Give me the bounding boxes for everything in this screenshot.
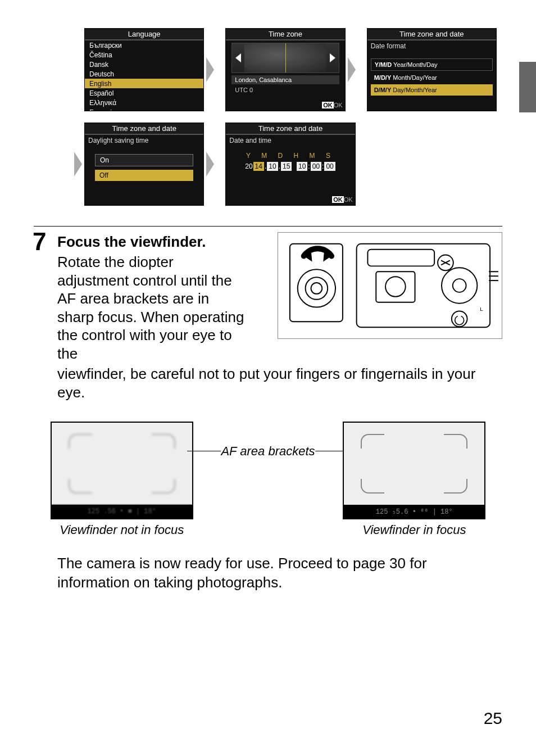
closing-paragraph: The camera is now ready for use. Proceed… [57,554,473,592]
list-item-selected[interactable]: English [85,79,203,88]
viewfinder-comparison: 125 .56 • ■ | 18° Viewfinder not in focu… [34,422,502,537]
menu-datetime: Time zone and date Date and time Y M D H… [225,123,355,206]
menu-timezone: Time zone London, Casablanca UTC 0 OKOK [225,28,355,111]
menu-date-format-screen: Time zone and date Date format Y/M/D Yea… [367,28,497,111]
manual-page: Language Български Čeština Dansk Deutsch… [0,0,536,756]
datetime-day[interactable]: 15 [281,162,292,171]
dst-option-on[interactable]: On [95,154,193,166]
step-number: 7 [33,228,46,256]
list-item[interactable]: Français [85,107,203,111]
sequence-arrow-icon [206,57,214,82]
language-list: Български Čeština Dansk Deutsch English … [85,40,203,111]
step-paragraph: Rotate the diopter adjustment control un… [57,253,248,363]
menu-subtitle: Daylight saving time [85,135,203,146]
menu-sequence: Language Български Čeština Dansk Deutsch… [84,28,497,206]
list-item[interactable]: Deutsch [85,69,203,79]
ok-indicator: OKOK [332,196,352,203]
sequence-arrow-icon [348,57,356,82]
svg-rect-7 [367,250,434,266]
svg-point-2 [306,277,328,300]
datetime-year[interactable]: 14 [253,162,264,171]
list-item[interactable]: Čeština [85,50,203,60]
datetime-columns: Y M D H M S [226,152,355,160]
svg-point-9 [385,277,406,297]
timezone-utc: UTC 0 [231,85,339,94]
datetime-hour[interactable]: 10 [297,162,307,171]
viewfinder-out-of-focus: 125 .56 • ■ | 18° Viewfinder not in focu… [34,422,210,537]
sequence-arrow-icon [206,152,214,176]
menu-datetime-screen: Time zone and date Date and time Y M D H… [225,123,355,206]
datetime-second[interactable]: 00 [324,162,335,171]
viewfinder-box: 125 ₅5.6 • ⁸⁸ | 18° [343,422,485,519]
dst-option-off[interactable]: Off [95,170,193,181]
ok-icon: OK [332,196,344,203]
chevron-left-icon[interactable] [235,53,241,62]
timezone-location: London, Casablanca [231,75,339,84]
viewfinder-caption: Viewfinder not in focus [60,523,184,537]
camera-diopter-diagram: L [278,232,502,339]
svg-point-11 [453,279,466,292]
menu-language-screen: Language Български Čeština Dansk Deutsch… [84,28,204,111]
datetime-values[interactable]: 2014.10.15 10:00:00 [226,162,355,171]
af-brackets-label: AF area brackets [221,444,315,459]
menu-timezone-screen: Time zone London, Casablanca UTC 0 OKOK [225,28,345,111]
list-item[interactable]: Български [85,40,203,50]
ok-icon: OK [322,102,334,108]
step-paragraph: viewfinder, be careful not to put your f… [57,365,502,401]
menu-date-format: Time zone and date Date format Y/M/D Yea… [367,28,497,111]
viewfinder-info-bar: 125 .56 • ■ | 18° [52,505,192,518]
menu-subtitle: Date and time [226,135,355,146]
menu-dst: Time zone and date Daylight saving time … [84,123,214,206]
menu-language: Language Български Čeština Dansk Deutsch… [84,28,214,111]
svg-point-1 [298,269,335,307]
list-item[interactable]: Español [85,88,203,98]
viewfinder-caption: Viewfinder in focus [362,523,466,537]
svg-text:L: L [480,306,483,312]
list-item[interactable]: Dansk [85,60,203,69]
viewfinder-box: 125 .56 • ■ | 18° [51,422,193,519]
timezone-map[interactable] [231,43,339,73]
list-item[interactable]: Ελληνικά [85,98,203,107]
menu-subtitle: Date format [367,40,496,52]
datetime-month[interactable]: 10 [267,162,278,171]
date-format-option[interactable]: M/D/Y Month/Day/Year [371,72,493,83]
menu-title: Time zone and date [85,123,203,135]
chevron-right-icon[interactable] [330,53,335,62]
datetime-minute[interactable]: 00 [311,162,321,171]
world-map-icon [244,43,326,73]
svg-point-3 [311,283,322,294]
menu-title: Time zone and date [226,123,355,135]
viewfinder-screen [52,423,192,505]
menu-title: Time zone and date [367,29,496,40]
viewfinder-info-bar: 125 ₅5.6 • ⁸⁸ | 18° [344,505,484,518]
side-tab [519,62,536,112]
date-format-option[interactable]: Y/M/D Year/Month/Day [371,58,493,71]
step-7: 7 Focus the viewfinder. Rotate the diopt… [34,226,502,592]
sequence-arrow-icon [74,152,82,176]
ok-indicator: OKOK [322,102,342,108]
menu-title: Time zone [226,29,344,40]
viewfinder-screen [344,423,484,505]
menu-title: Language [85,29,203,40]
menu-dst-screen: Time zone and date Daylight saving time … [84,123,204,206]
svg-point-10 [442,268,477,303]
viewfinder-in-focus: 125 ₅5.6 • ⁸⁸ | 18° Viewfinder in focus [326,422,502,537]
date-format-option-selected[interactable]: D/M/Y Day/Month/Year [371,84,493,96]
page-number: 25 [484,709,502,728]
